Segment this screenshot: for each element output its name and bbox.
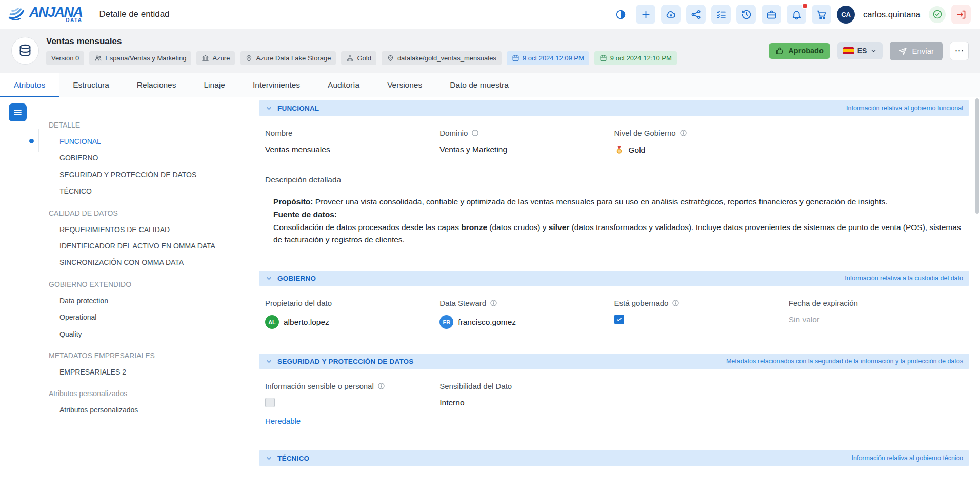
section-funcional: FUNCIONAL Información relativa al gobier… (259, 100, 969, 246)
sidebar-item-empresariales-2[interactable]: EMPRESARIALES 2 (49, 368, 255, 376)
governed-checkbox[interactable] (614, 315, 624, 324)
sidebar-item-operational[interactable]: Operational (49, 314, 255, 321)
sidebar-item-requerimientos[interactable]: REQUERIMIENTOS DE CALIDAD (49, 226, 255, 234)
chevron-down-icon (265, 105, 273, 112)
tier-badge: Gold (341, 51, 376, 65)
sidebar-section-atributos-personalizados: Atributos personalizados (49, 389, 255, 398)
updated-date-badge: 9 oct 2024 12:10 PM (594, 51, 677, 65)
cart-icon (816, 9, 827, 20)
sidebar-item-funcional[interactable]: FUNCIONAL (49, 138, 255, 146)
spain-flag-icon (843, 47, 854, 55)
logout-button[interactable] (951, 5, 971, 24)
database-icon (18, 44, 32, 58)
bank-icon (202, 54, 209, 62)
field-esta-gobernado: Está gobernado (614, 299, 789, 329)
section-tecnico-header[interactable]: TÉCNICO Información relativa al gobierno… (259, 450, 969, 466)
cloud-upload-button[interactable] (661, 5, 681, 24)
logout-icon (956, 9, 967, 20)
tab-intervinientes[interactable]: Intervinientes (239, 73, 314, 97)
briefcase-icon (766, 9, 777, 20)
tab-estructura[interactable]: Estructura (59, 73, 123, 97)
scrollbar-thumb[interactable] (975, 98, 979, 214)
section-funcional-header[interactable]: FUNCIONAL Información relativa al gobier… (259, 100, 969, 116)
app-logo[interactable]: ANJANA DATA (6, 4, 83, 25)
sidebar-item-seguridad[interactable]: SEGURIDAD Y PROTECCIÓN DE DATOS (49, 171, 255, 179)
anjana-swirl-icon (6, 4, 27, 25)
section-title: SEGURIDAD Y PROTECCIÓN DE DATOS (277, 358, 414, 365)
gobierno-fields: Propietario del dato AL alberto.lopez Da… (259, 286, 969, 329)
section-seguridad: SEGURIDAD Y PROTECCIÓN DE DATOS Metadato… (259, 354, 969, 426)
caret-down-icon (870, 48, 877, 54)
owner-avatar: AL (265, 315, 279, 329)
section-seguridad-header[interactable]: SEGURIDAD Y PROTECCIÓN DE DATOS Metadato… (259, 354, 969, 369)
field-label: Propietario del dato (265, 299, 332, 307)
plus-icon (641, 9, 651, 20)
users-icon (94, 54, 102, 62)
cloud-upload-icon (666, 9, 676, 20)
tab-versiones[interactable]: Versiones (373, 73, 436, 97)
info-icon[interactable] (377, 382, 385, 390)
info-icon[interactable] (672, 299, 679, 307)
field-label: Está gobernado (614, 299, 669, 307)
sidebar-item-identificador-omma[interactable]: IDENTIFICADOR DEL ACTIVO EN OMMA DATA (49, 242, 255, 250)
field-nivel-gobierno: Nivel de Gobierno Gold (614, 129, 789, 155)
field-value: Gold (629, 146, 646, 155)
notifications-button[interactable] (787, 5, 806, 24)
field-value: Ventas mensuales (265, 145, 439, 154)
funcional-fields: Nombre Ventas mensuales Dominio Ventas y… (259, 116, 969, 155)
field-value: alberto.lopez (284, 318, 329, 327)
cart-button[interactable] (812, 5, 831, 24)
user-avatar[interactable]: CA (837, 6, 855, 24)
check-circle-icon (932, 9, 943, 19)
sidebar-section-gobierno-extendido: GOBIERNO EXTENDIDO (49, 280, 255, 288)
section-info-text: Información relativa al gobierno técnico (852, 454, 963, 462)
briefcase-button[interactable] (762, 5, 781, 24)
sidebar-item-data-protection[interactable]: Data protection (49, 297, 255, 305)
checklist-icon (716, 9, 727, 20)
sidebar-item-quality[interactable]: Quality (49, 330, 255, 338)
field-value: francisco.gomez (458, 318, 516, 327)
add-button[interactable] (636, 5, 655, 24)
lineage-graph-icon (691, 9, 702, 20)
field-value-empty: Sin valor (789, 315, 963, 324)
section-info-text: Información relativa a la custodia del d… (845, 275, 963, 282)
field-nombre: Nombre Ventas mensuales (265, 129, 439, 155)
path-badge: datalake/gold_ventas_mensuales (382, 51, 502, 65)
attributes-sidebar: DETALLE FUNCIONAL GOBIERNO SEGURIDAD Y P… (0, 97, 255, 497)
field-label: Fecha de expiración (789, 299, 858, 307)
logo-wordmark: ANJANA DATA (29, 6, 83, 23)
sidebar-item-atributos-personalizados[interactable]: Atributos personalizados (49, 406, 255, 414)
sensitive-checkbox[interactable] (265, 398, 275, 407)
more-actions-button[interactable]: ⋯ (950, 42, 969, 60)
contrast-button[interactable] (611, 5, 630, 24)
language-selector[interactable]: ES (837, 42, 883, 59)
section-gobierno: GOBIERNO Información relativa a la custo… (259, 271, 969, 329)
field-value: Interno (439, 398, 614, 407)
field-informacion-sensible: Información sensible o personal Heredabl… (265, 382, 439, 426)
tab-auditoria[interactable]: Auditoría (314, 73, 373, 97)
lineage-button[interactable] (686, 5, 706, 24)
field-label: Información sensible o personal (265, 382, 374, 390)
section-gobierno-header[interactable]: GOBIERNO Información relativa a la custo… (259, 271, 969, 286)
sidebar-item-tecnico[interactable]: TÉCNICO (49, 188, 255, 195)
check-icon (616, 316, 623, 323)
send-button[interactable]: Enviar (890, 42, 943, 60)
tab-dato-de-muestra[interactable]: Dato de muestra (436, 73, 523, 97)
info-icon[interactable] (679, 129, 687, 137)
history-button[interactable] (736, 5, 756, 24)
entity-type-badge (11, 37, 39, 65)
info-icon[interactable] (471, 129, 479, 137)
sidebar-section-detalle: DETALLE (49, 121, 255, 129)
description-label: Descripción detallada (265, 175, 963, 184)
tab-relaciones[interactable]: Relaciones (123, 73, 190, 97)
tab-atributos[interactable]: Atributos (0, 73, 59, 97)
sidebar-item-sincronizacion-omma[interactable]: SINCRONIZACIÓN CON OMMA DATA (49, 259, 255, 266)
tab-linaje[interactable]: Linaje (190, 73, 239, 97)
tasks-button[interactable] (711, 5, 731, 24)
top-bar: ANJANA DATA Detalle de entidad (0, 0, 980, 29)
sidebar-toggle-button[interactable] (9, 103, 27, 121)
page-title: Detalle de entidad (99, 9, 170, 19)
sidebar-item-gobierno[interactable]: GOBIERNO (49, 154, 255, 162)
heredable-link[interactable]: Heredable (265, 417, 301, 425)
info-icon[interactable] (490, 299, 497, 307)
